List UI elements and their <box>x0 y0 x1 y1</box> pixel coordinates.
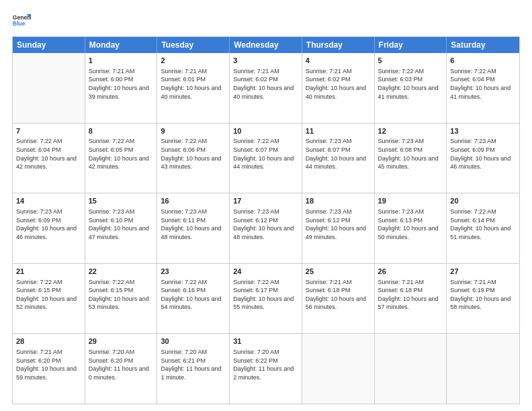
day-info: Sunrise: 7:22 AMSunset: 6:07 PMDaylight:… <box>233 137 298 171</box>
calendar-day-14: 14Sunrise: 7:23 AMSunset: 6:09 PMDayligh… <box>13 193 85 263</box>
calendar-day-5: 5Sunrise: 7:22 AMSunset: 6:03 PMDaylight… <box>375 53 447 123</box>
calendar-day-8: 8Sunrise: 7:22 AMSunset: 6:05 PMDaylight… <box>85 124 158 193</box>
day-info: Sunrise: 7:23 AMSunset: 6:13 PMDaylight:… <box>378 208 443 241</box>
header-day-friday: Friday <box>375 37 447 53</box>
calendar-week-3: 14Sunrise: 7:23 AMSunset: 6:09 PMDayligh… <box>13 193 519 264</box>
day-number: 25 <box>306 267 371 277</box>
day-info: Sunrise: 7:20 AMSunset: 6:22 PMDaylight:… <box>233 348 298 381</box>
day-info: Sunrise: 7:22 AMSunset: 6:06 PMDaylight:… <box>161 137 226 171</box>
header-day-tuesday: Tuesday <box>157 37 230 53</box>
day-info: Sunrise: 7:23 AMSunset: 6:12 PMDaylight:… <box>306 208 371 241</box>
calendar-day-6: 6Sunrise: 7:22 AMSunset: 6:04 PMDaylight… <box>447 53 519 123</box>
day-number: 20 <box>450 196 516 206</box>
day-number: 16 <box>161 196 226 206</box>
calendar-day-2: 2Sunrise: 7:21 AMSunset: 6:01 PMDaylight… <box>157 53 230 123</box>
header-day-wednesday: Wednesday <box>230 37 302 53</box>
day-info: Sunrise: 7:23 AMSunset: 6:10 PMDaylight:… <box>89 208 154 241</box>
day-info: Sunrise: 7:22 AMSunset: 6:05 PMDaylight:… <box>89 137 154 171</box>
calendar-day-1: 1Sunrise: 7:21 AMSunset: 6:00 PMDaylight… <box>85 53 158 123</box>
day-info: Sunrise: 7:21 AMSunset: 6:01 PMDaylight:… <box>161 67 226 101</box>
calendar-day-9: 9Sunrise: 7:22 AMSunset: 6:06 PMDaylight… <box>157 124 230 193</box>
calendar-day-28: 28Sunrise: 7:21 AMSunset: 6:20 PMDayligh… <box>13 334 85 404</box>
day-info: Sunrise: 7:22 AMSunset: 6:04 PMDaylight:… <box>450 67 516 101</box>
day-info: Sunrise: 7:22 AMSunset: 6:03 PMDaylight:… <box>378 67 443 101</box>
day-number: 27 <box>450 267 516 277</box>
calendar-day-24: 24Sunrise: 7:22 AMSunset: 6:17 PMDayligh… <box>230 264 302 334</box>
header-day-monday: Monday <box>85 37 158 53</box>
calendar-day-3: 3Sunrise: 7:21 AMSunset: 6:02 PMDaylight… <box>230 53 302 123</box>
day-number: 31 <box>233 336 298 347</box>
day-number: 23 <box>161 267 226 277</box>
day-info: Sunrise: 7:20 AMSunset: 6:21 PMDaylight:… <box>161 348 226 381</box>
day-number: 15 <box>89 196 154 206</box>
day-info: Sunrise: 7:21 AMSunset: 6:02 PMDaylight:… <box>306 67 371 101</box>
day-info: Sunrise: 7:21 AMSunset: 6:18 PMDaylight:… <box>378 278 443 312</box>
page-header: General Blue <box>12 12 520 31</box>
logo-icon: General Blue <box>12 12 31 31</box>
day-number: 29 <box>89 336 154 347</box>
day-info: Sunrise: 7:21 AMSunset: 6:00 PMDaylight:… <box>89 67 154 101</box>
calendar-day-empty <box>375 334 447 404</box>
day-number: 21 <box>16 267 81 277</box>
calendar-week-4: 21Sunrise: 7:22 AMSunset: 6:15 PMDayligh… <box>13 264 519 334</box>
calendar-week-1: 1Sunrise: 7:21 AMSunset: 6:00 PMDaylight… <box>13 53 519 124</box>
calendar: SundayMondayTuesdayWednesdayThursdayFrid… <box>12 36 520 404</box>
day-info: Sunrise: 7:23 AMSunset: 6:09 PMDaylight:… <box>450 137 516 171</box>
day-info: Sunrise: 7:22 AMSunset: 6:16 PMDaylight:… <box>161 278 226 312</box>
calendar-day-29: 29Sunrise: 7:20 AMSunset: 6:20 PMDayligh… <box>85 334 158 404</box>
day-number: 28 <box>16 336 81 347</box>
day-number: 2 <box>161 56 226 66</box>
calendar-day-11: 11Sunrise: 7:23 AMSunset: 6:07 PMDayligh… <box>302 124 375 193</box>
calendar-day-empty <box>13 53 85 123</box>
day-number: 11 <box>306 126 371 136</box>
calendar-day-30: 30Sunrise: 7:20 AMSunset: 6:21 PMDayligh… <box>157 334 230 404</box>
day-info: Sunrise: 7:21 AMSunset: 6:20 PMDaylight:… <box>16 348 81 381</box>
day-info: Sunrise: 7:23 AMSunset: 6:08 PMDaylight:… <box>378 137 443 171</box>
calendar-day-27: 27Sunrise: 7:21 AMSunset: 6:19 PMDayligh… <box>447 264 519 334</box>
day-number: 8 <box>89 126 154 136</box>
day-number: 12 <box>378 126 443 136</box>
day-number: 14 <box>16 196 81 206</box>
calendar-day-18: 18Sunrise: 7:23 AMSunset: 6:12 PMDayligh… <box>302 193 375 263</box>
calendar-day-7: 7Sunrise: 7:22 AMSunset: 6:04 PMDaylight… <box>13 124 85 193</box>
calendar-day-21: 21Sunrise: 7:22 AMSunset: 6:15 PMDayligh… <box>13 264 85 334</box>
calendar-day-20: 20Sunrise: 7:22 AMSunset: 6:14 PMDayligh… <box>447 193 519 263</box>
day-info: Sunrise: 7:23 AMSunset: 6:09 PMDaylight:… <box>16 208 81 241</box>
day-number: 22 <box>89 267 154 277</box>
day-info: Sunrise: 7:22 AMSunset: 6:14 PMDaylight:… <box>450 208 516 241</box>
calendar-day-empty <box>447 334 519 404</box>
day-number: 5 <box>378 56 443 66</box>
day-number: 19 <box>378 196 443 206</box>
day-number: 18 <box>306 196 371 206</box>
calendar-day-19: 19Sunrise: 7:23 AMSunset: 6:13 PMDayligh… <box>375 193 447 263</box>
day-info: Sunrise: 7:21 AMSunset: 6:18 PMDaylight:… <box>306 278 371 312</box>
calendar-day-23: 23Sunrise: 7:22 AMSunset: 6:16 PMDayligh… <box>157 264 230 334</box>
calendar-day-15: 15Sunrise: 7:23 AMSunset: 6:10 PMDayligh… <box>85 193 158 263</box>
calendar-body: 1Sunrise: 7:21 AMSunset: 6:00 PMDaylight… <box>13 53 519 404</box>
calendar-header: SundayMondayTuesdayWednesdayThursdayFrid… <box>13 37 519 53</box>
day-info: Sunrise: 7:20 AMSunset: 6:20 PMDaylight:… <box>89 348 154 381</box>
calendar-day-26: 26Sunrise: 7:21 AMSunset: 6:18 PMDayligh… <box>375 264 447 334</box>
day-info: Sunrise: 7:23 AMSunset: 6:11 PMDaylight:… <box>161 208 226 241</box>
day-number: 30 <box>161 336 226 347</box>
logo: General Blue <box>12 12 34 31</box>
header-day-thursday: Thursday <box>302 37 375 53</box>
day-number: 13 <box>450 126 516 136</box>
day-number: 4 <box>306 56 371 66</box>
calendar-day-empty <box>302 334 375 404</box>
day-info: Sunrise: 7:22 AMSunset: 6:17 PMDaylight:… <box>233 278 298 312</box>
calendar-day-12: 12Sunrise: 7:23 AMSunset: 6:08 PMDayligh… <box>375 124 447 193</box>
svg-text:Blue: Blue <box>13 20 26 27</box>
day-number: 7 <box>16 126 81 136</box>
calendar-day-25: 25Sunrise: 7:21 AMSunset: 6:18 PMDayligh… <box>302 264 375 334</box>
calendar-week-2: 7Sunrise: 7:22 AMSunset: 6:04 PMDaylight… <box>13 124 519 194</box>
day-number: 17 <box>233 196 298 206</box>
header-day-sunday: Sunday <box>13 37 85 53</box>
day-number: 3 <box>233 56 298 66</box>
calendar-day-17: 17Sunrise: 7:23 AMSunset: 6:12 PMDayligh… <box>230 193 302 263</box>
day-info: Sunrise: 7:23 AMSunset: 6:12 PMDaylight:… <box>233 208 298 241</box>
calendar-day-4: 4Sunrise: 7:21 AMSunset: 6:02 PMDaylight… <box>302 53 375 123</box>
day-info: Sunrise: 7:21 AMSunset: 6:02 PMDaylight:… <box>233 67 298 101</box>
day-number: 1 <box>89 56 154 66</box>
day-number: 9 <box>161 126 226 136</box>
